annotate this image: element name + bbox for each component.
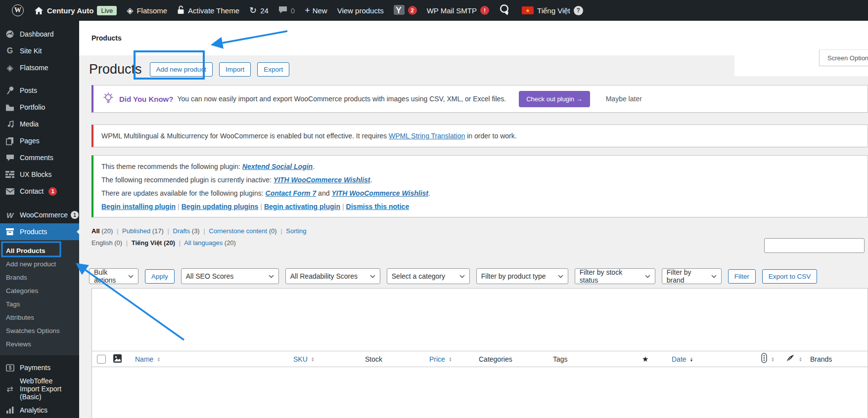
view-products-link[interactable]: View products [332, 0, 389, 21]
stock-status-select[interactable]: Filter by stock status [575, 268, 655, 284]
new-content-menu[interactable]: + New [300, 0, 332, 21]
dismiss-this-notice-link[interactable]: Dismiss this notice [346, 203, 410, 210]
sidebar-item-site-kit[interactable]: G Site Kit [0, 42, 79, 59]
begin-installing-plugin-link[interactable]: Begin installing plugin [101, 203, 176, 210]
nextend-social-login-link[interactable]: Nextend Social Login [242, 163, 313, 170]
begin-activating-plugin-link[interactable]: Begin activating plugin [264, 203, 340, 210]
submenu-add-new-product[interactable]: Add new product [0, 257, 79, 271]
view-drafts[interactable]: Drafts [173, 227, 190, 235]
yith-wishlist-link[interactable]: YITH WooCommerce Wishlist [274, 176, 370, 184]
submenu-attributes[interactable]: Attributes [0, 311, 79, 324]
sidebar-item-pages[interactable]: Pages [0, 132, 79, 149]
comments-menu[interactable]: 0 [274, 0, 300, 21]
lang-vietnamese[interactable]: Tiếng Việt (20) [132, 239, 175, 247]
sidebar-item-flatsome[interactable]: ◈ Flatsome [0, 59, 79, 76]
brand-select[interactable]: Filter by brand [662, 268, 722, 284]
yoast-menu[interactable]: 2 [389, 0, 422, 21]
flatsome-menu[interactable]: ◈ Flatsome [122, 0, 172, 21]
view-all[interactable]: All [91, 227, 100, 235]
apply-button[interactable]: Apply [145, 269, 175, 284]
theme-notice-line-3: There are updates available for the foll… [101, 189, 860, 197]
sidebar-item-payments[interactable]: $ Payments [0, 359, 79, 376]
sidebar-item-media[interactable]: Media [0, 116, 79, 132]
export-button[interactable]: Export [257, 62, 289, 77]
submenu-brands[interactable]: Brands [0, 271, 79, 284]
language-switcher[interactable]: ★ Tiếng Việt ? [517, 0, 588, 21]
bulk-actions-select[interactable]: Bulk actions [89, 268, 138, 284]
site-menu[interactable]: Century Auto Live [29, 0, 122, 21]
filter-button[interactable]: Filter [728, 269, 756, 284]
activate-theme-link[interactable]: Activate Theme [172, 0, 244, 21]
date-column-header[interactable]: Date ▲▼ [671, 355, 760, 363]
screen-options-tab[interactable]: Screen Options [819, 49, 868, 66]
import-button[interactable]: Import [219, 62, 251, 77]
seo-score-column-header[interactable]: ▲▼ [760, 353, 784, 365]
sidebar-item-ux-blocks[interactable]: UX Blocks [0, 166, 79, 183]
chevron-down-icon [645, 275, 650, 278]
submenu-tags[interactable]: Tags [0, 297, 79, 311]
sidebar-item-contact[interactable]: Contact 1 [0, 183, 79, 200]
begin-updating-plugins-link[interactable]: Begin updating plugins [182, 203, 259, 210]
view-published[interactable]: Published [122, 227, 150, 235]
image-column-header [112, 354, 134, 365]
view-sorting[interactable]: Sorting [286, 227, 306, 235]
sidebar-item-posts[interactable]: Posts [0, 82, 79, 99]
submenu-reviews[interactable]: Reviews [0, 337, 79, 351]
wordpress-menu[interactable]: W [7, 0, 29, 21]
yoast-seo-icon [394, 5, 405, 16]
updates-menu[interactable]: ↻ 24 [244, 0, 274, 21]
payments-icon: $ [5, 364, 15, 372]
q-plugin-icon [499, 4, 510, 17]
submenu-categories[interactable]: Categories [0, 284, 79, 297]
sidebar-item-portfolio[interactable]: Portfolio [0, 99, 79, 116]
flatsome-label: Flatsome [137, 6, 167, 15]
name-column-header[interactable]: Name ▲▼ [134, 355, 292, 363]
help-icon[interactable]: ? [574, 6, 583, 15]
svg-text:$: $ [8, 365, 11, 371]
seo-scores-select[interactable]: All SEO Scores [181, 268, 279, 284]
sort-arrows-icon: ▲▼ [157, 357, 160, 362]
products-submenu: All Products Add new product Brands Cate… [0, 240, 79, 355]
sku-column-header[interactable]: SKU ▲▼ [292, 355, 364, 363]
wp-mail-smtp-menu[interactable]: WP Mail SMTP ! [422, 0, 494, 21]
line2-text: The following recommended plugin is curr… [101, 176, 274, 184]
price-column-header[interactable]: Price ▲▼ [428, 355, 478, 363]
separator: | [258, 203, 264, 210]
product-type-select[interactable]: Filter by product type [476, 268, 568, 284]
sidebar-item-webtoffee[interactable]: ⇄ WebToffee Import Export (Basic) [0, 376, 79, 402]
submenu-all-products[interactable]: All Products [0, 244, 79, 257]
breadcrumb: Products [91, 34, 122, 42]
select-all-checkbox[interactable] [97, 355, 106, 364]
contact-form-7-link[interactable]: Contact Form 7 [266, 189, 317, 197]
sidebar-item-comments[interactable]: Comments [0, 149, 79, 166]
readability-scores-select[interactable]: All Readability Scores [285, 268, 380, 284]
readability-column-header[interactable]: ▲▼ [784, 353, 809, 365]
products-icon [5, 228, 15, 236]
line1-period: . [313, 163, 315, 170]
theme-plugins-notice: This theme recommends the following plug… [91, 155, 868, 217]
wp-mail-smtp-label: WP Mail SMTP [427, 6, 477, 15]
maybe-later-link[interactable]: Maybe later [606, 95, 642, 103]
search-products-input[interactable] [764, 238, 865, 253]
wpml-string-translation-link[interactable]: WPML String Translation [389, 132, 465, 140]
q-plugin-menu[interactable] [494, 0, 515, 21]
yith-wishlist-link-2[interactable]: YITH WooCommerce Wishlist [331, 189, 428, 197]
sidebar-item-woocommerce[interactable]: W WooCommerce 1 [0, 207, 79, 223]
chevron-down-icon [370, 275, 375, 278]
check-out-plugin-button[interactable]: Check out plugin → [519, 91, 590, 107]
submenu-swatches-options[interactable]: Swatches Options [0, 324, 79, 337]
lang-all-languages[interactable]: All languages [184, 239, 223, 247]
sidebar-item-products[interactable]: Products [0, 223, 79, 240]
chevron-down-icon [711, 275, 717, 278]
line3-text: There are updates available for the foll… [101, 189, 266, 197]
category-select[interactable]: Select a category [387, 268, 470, 284]
lang-english[interactable]: English (0) [91, 239, 122, 247]
add-new-product-button[interactable]: Add new product [150, 62, 213, 77]
sidebar-item-analytics[interactable]: Analytics [0, 402, 79, 418]
separator: | [124, 239, 130, 247]
media-icon [5, 120, 15, 128]
export-to-csv-button[interactable]: Export to CSV [762, 269, 818, 284]
sidebar-item-dashboard[interactable]: Dashboard [0, 26, 79, 42]
view-cornerstone[interactable]: Cornerstone content [209, 227, 267, 235]
seo-score-icon [761, 353, 768, 365]
